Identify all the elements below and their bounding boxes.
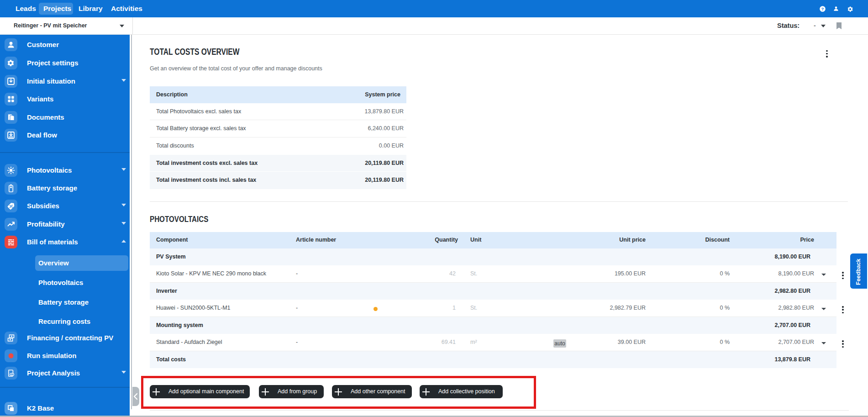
svg-text:?: ? — [821, 6, 824, 11]
